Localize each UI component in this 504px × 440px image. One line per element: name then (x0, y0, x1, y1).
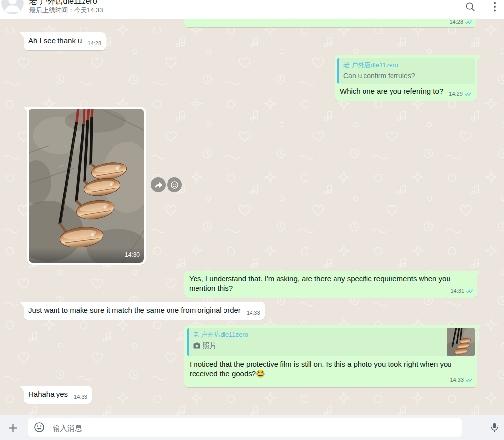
message-time: 14:33 (74, 392, 87, 402)
message-text: Just want to make sure it match the same… (28, 306, 241, 314)
message-incoming[interactable]: Ah I see thank u 14:28 (24, 32, 106, 50)
message-text: Which one are you referring to? (340, 87, 443, 95)
message-hover-actions (151, 177, 182, 192)
message-text: I noticed that the protective film is st… (190, 360, 452, 378)
whatsapp-chat-window: 老 户外店dle11zero 最后上线时间：今天14:33 14:28 (0, 0, 504, 440)
react-button[interactable] (167, 177, 182, 192)
message-time: 14:33 (450, 375, 464, 385)
composer-bar (0, 415, 504, 440)
message-incoming[interactable]: Just want to make sure it match the same… (24, 302, 265, 320)
message-outgoing-clipped[interactable]: 14:28 (184, 19, 476, 28)
forward-button[interactable] (151, 177, 166, 192)
photo-image[interactable]: 14:30 (29, 109, 144, 263)
chat-header: 老 户外店dle11zero 最后上线时间：今天14:33 (0, 0, 504, 19)
plus-icon (7, 422, 19, 434)
quote-author: 老 户外店dle11zero (193, 330, 442, 339)
message-list: 14:28 Ah I see thank u 14:28 (0, 0, 504, 440)
message-text: Yes, I understand that. I'm asking, are … (189, 274, 473, 293)
read-receipt-icon (465, 19, 473, 25)
message-text: Hahaha yes (28, 390, 68, 398)
read-receipt-icon (465, 377, 473, 383)
smiley-icon (170, 181, 179, 189)
quoted-message[interactable]: 老 户外店dle11zero Can u confirm ferrules? (337, 58, 475, 84)
golf-clubs-photo (29, 109, 144, 263)
bubble-tail (20, 302, 24, 308)
search-button[interactable] (464, 0, 476, 13)
message-incoming-photo[interactable]: 14:30 (27, 107, 146, 265)
sticker-smiley-icon (33, 421, 45, 433)
message-input-container (28, 418, 462, 437)
golf-clubs-thumbnail (447, 328, 475, 356)
message-text: Ah I see thank u (28, 36, 82, 45)
attach-button[interactable] (6, 421, 19, 434)
default-avatar-icon (1, 0, 24, 14)
message-outgoing-with-photo-quote[interactable]: 老 户外店dle11zero 照片 (184, 325, 477, 387)
photo-time: 14:30 (125, 250, 140, 260)
bubble-tail (20, 386, 24, 392)
quoted-photo-message[interactable]: 老 户外店dle11zero 照片 (187, 328, 475, 356)
quote-author: 老 户外店dle11zero (343, 60, 471, 70)
camera-icon (193, 342, 200, 349)
message-time: 14:28 (88, 39, 102, 48)
voice-message-button[interactable] (488, 421, 501, 434)
mic-icon (489, 422, 500, 433)
contact-last-seen: 最后上线时间：今天14:33 (29, 6, 103, 15)
search-icon (465, 1, 476, 12)
read-receipt-icon (466, 288, 474, 294)
message-time: 14:31 (450, 286, 464, 296)
message-time: 14:33 (247, 308, 260, 318)
sticker-button[interactable] (33, 421, 45, 433)
message-outgoing[interactable]: Yes, I understand that. I'm asking, are … (184, 271, 477, 298)
message-input[interactable] (52, 418, 417, 438)
bubble-tail (477, 55, 481, 62)
message-time: 14:29 (449, 89, 463, 99)
message-outgoing-with-quote[interactable]: 老 户外店dle11zero Can u confirm ferrules? W… (335, 55, 477, 101)
bubble-tail (477, 271, 481, 277)
kebab-menu-icon (493, 1, 496, 12)
bubble-tail (20, 32, 24, 39)
quote-photo-thumbnail (447, 328, 475, 356)
avatar[interactable] (1, 0, 24, 14)
quote-photo-label: 照片 (203, 341, 217, 350)
bubble-tail (23, 107, 27, 113)
message-incoming[interactable]: Hahaha yes 14:33 (24, 386, 92, 404)
menu-button[interactable] (488, 0, 501, 13)
bubble-tail (477, 325, 481, 331)
forward-icon (154, 181, 163, 189)
quote-text: Can u confirm ferrules? (343, 71, 415, 81)
read-receipt-icon (464, 91, 472, 97)
